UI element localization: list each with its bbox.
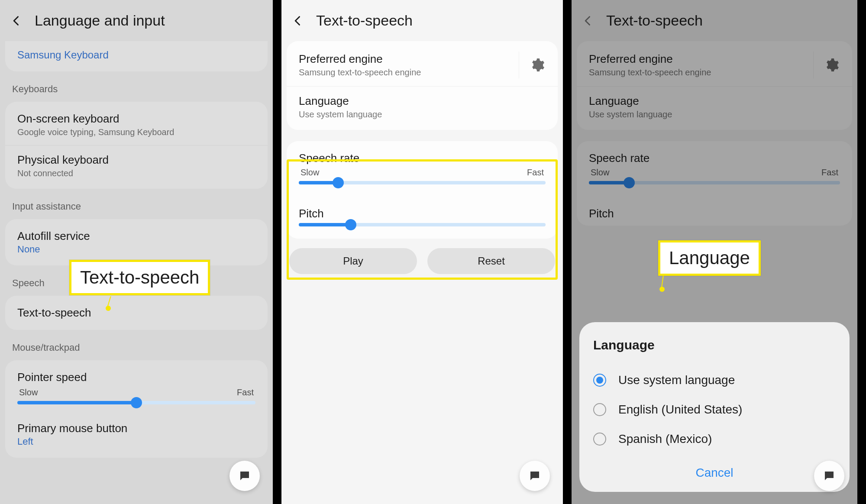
rate-slider-wrap: Slow Fast xyxy=(287,168,558,194)
gear-icon xyxy=(529,57,545,73)
language-row[interactable]: Language Use system language xyxy=(287,86,558,127)
chat-fab[interactable] xyxy=(520,461,550,491)
speech-rate-row: Speech rate xyxy=(287,144,558,168)
pitch-row: Pitch xyxy=(287,194,558,223)
chat-icon xyxy=(238,469,251,482)
pointer-slider[interactable] xyxy=(17,401,255,404)
language-dialog: Language Use system language English (Un… xyxy=(579,322,850,492)
radio-spanish-mx[interactable]: Spanish (Mexico) xyxy=(593,424,836,454)
radio-icon xyxy=(593,403,606,416)
header: Text-to-speech xyxy=(281,0,563,41)
slider-fill xyxy=(17,401,136,404)
radio-icon xyxy=(593,433,606,446)
radio-label: Spanish (Mexico) xyxy=(618,432,712,446)
callout-tts: Text-to-speech xyxy=(69,260,210,295)
pane-language-input: Language and input Samsung Keyboard Keyb… xyxy=(0,0,273,504)
radio-label: English (United States) xyxy=(618,403,742,417)
chat-icon xyxy=(823,469,836,482)
chat-fab[interactable] xyxy=(229,461,260,491)
chevron-left-icon xyxy=(292,15,304,27)
chat-icon xyxy=(528,469,541,482)
callout-language: Language xyxy=(658,240,761,276)
engine-settings-button[interactable] xyxy=(519,52,546,78)
dialog-title: Language xyxy=(593,338,836,352)
slider-thumb[interactable] xyxy=(345,219,356,230)
play-button[interactable]: Play xyxy=(289,248,417,274)
dim-overlay xyxy=(0,0,273,504)
row-title: Speech rate xyxy=(299,152,546,165)
row-sub: Samsung text-to-speech engine xyxy=(299,68,519,78)
pane-tts-language-dialog: Text-to-speech Preferred engine Samsung … xyxy=(572,0,857,504)
cancel-button[interactable]: Cancel xyxy=(593,466,836,480)
slider-thumb[interactable] xyxy=(333,177,344,188)
page-title: Text-to-speech xyxy=(316,12,413,29)
row-title: Preferred engine xyxy=(299,52,519,66)
preferred-engine-row[interactable]: Preferred engine Samsung text-to-speech … xyxy=(287,44,558,86)
sliders-card: Speech rate Slow Fast Pitch xyxy=(287,141,558,239)
row-title: Language xyxy=(299,94,546,108)
pitch-slider[interactable] xyxy=(299,223,546,226)
radio-use-system[interactable]: Use system language xyxy=(593,365,836,395)
radio-label: Use system language xyxy=(618,373,735,387)
radio-english-us[interactable]: English (United States) xyxy=(593,395,836,424)
slider-thumb[interactable] xyxy=(131,397,142,408)
slow-label: Slow xyxy=(301,168,319,178)
back-button[interactable] xyxy=(290,13,306,29)
callout-pointer xyxy=(659,287,665,292)
row-title: Pitch xyxy=(299,207,546,220)
callout-pointer xyxy=(106,306,111,311)
chat-fab[interactable] xyxy=(814,461,844,491)
button-row: Play Reset xyxy=(281,239,563,274)
radio-icon xyxy=(593,374,606,387)
slider-labels: Slow Fast xyxy=(299,168,546,178)
reset-button[interactable]: Reset xyxy=(427,248,555,274)
row-sub: Use system language xyxy=(299,110,546,120)
pitch-slider-wrap xyxy=(287,223,558,236)
pane-tts-settings: Text-to-speech Preferred engine Samsung … xyxy=(281,0,563,504)
row-main: Preferred engine Samsung text-to-speech … xyxy=(299,52,519,78)
engine-card: Preferred engine Samsung text-to-speech … xyxy=(287,41,558,130)
rate-slider[interactable] xyxy=(299,181,546,184)
slider-fill xyxy=(299,223,351,226)
fast-label: Fast xyxy=(527,168,544,178)
